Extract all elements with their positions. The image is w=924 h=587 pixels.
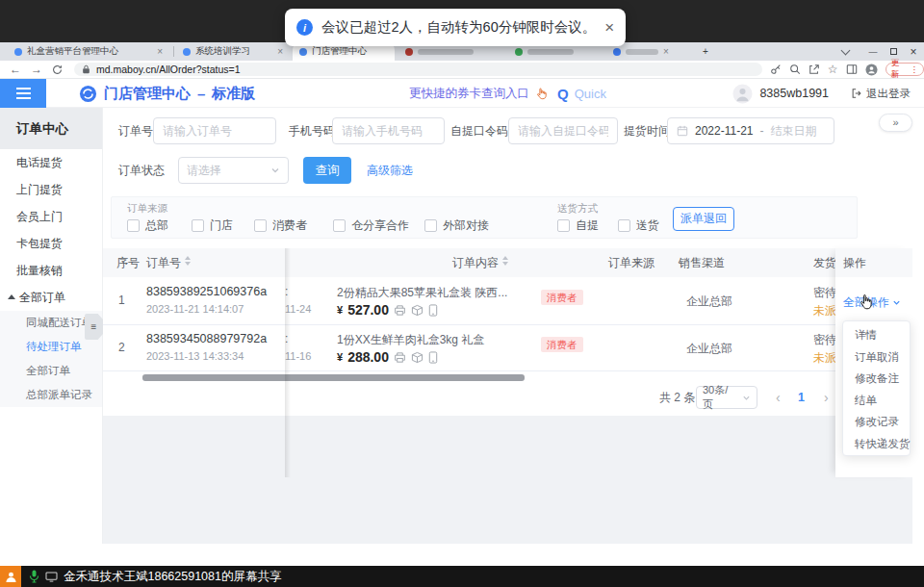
menu-item-close-order[interactable]: 结单 bbox=[843, 390, 910, 412]
phone-icon[interactable] bbox=[428, 304, 438, 317]
source-badge: 消费者 bbox=[541, 337, 583, 352]
fixed-column-shadow bbox=[285, 248, 291, 477]
date-range-picker[interactable]: 2022-11-21 - 结束日期 bbox=[667, 117, 834, 144]
checkbox-hq[interactable]: 总部 bbox=[127, 217, 168, 233]
zoom-icon[interactable] bbox=[789, 64, 801, 75]
col-order-no: 订单号 bbox=[146, 248, 181, 277]
browser-update-button[interactable]: 更新 ⋮ bbox=[886, 63, 924, 76]
kebab-menu-icon[interactable]: ⋮ bbox=[911, 64, 919, 74]
checkbox-store[interactable]: 门店 bbox=[192, 217, 233, 233]
promo-link[interactable]: 更快捷的券卡查询入口 bbox=[409, 86, 529, 102]
prev-page-button[interactable]: ‹ bbox=[776, 385, 781, 410]
menu-item-edit-remark[interactable]: 修改备注 bbox=[843, 368, 910, 390]
checkbox-icon[interactable] bbox=[192, 219, 204, 232]
order-number: 83859345088979792a bbox=[146, 332, 267, 345]
tab-close-icon[interactable]: × bbox=[157, 46, 163, 57]
quick-search-icon[interactable]: Q bbox=[557, 86, 569, 102]
package-icon[interactable] bbox=[411, 304, 424, 317]
table-header: 序号 订单号 订单内容 订单来源 销售渠道 发货状态 bbox=[103, 248, 912, 277]
phone-icon[interactable] bbox=[428, 351, 438, 364]
tab-separator bbox=[173, 46, 174, 57]
menu-item-edit-history[interactable]: 修改记录 bbox=[843, 411, 910, 433]
sidebar-item-all-orders[interactable]: 全部订单 bbox=[0, 359, 102, 383]
collapse-filters-button[interactable]: » bbox=[879, 114, 912, 132]
checkbox-external[interactable]: 外部对接 bbox=[424, 217, 489, 233]
printer-icon[interactable] bbox=[394, 304, 406, 317]
order-created-time: 2023-11-13 14:33:34 bbox=[146, 350, 244, 362]
profile-avatar-icon[interactable] bbox=[865, 64, 878, 76]
checkbox-icon[interactable] bbox=[127, 219, 140, 232]
sidebar-item-member-visit[interactable]: 会员上门 bbox=[0, 203, 102, 230]
sidebar-collapse-handle[interactable]: ≡ bbox=[85, 314, 103, 340]
quick-label[interactable]: Quick bbox=[575, 87, 606, 101]
sidebar-item-phone-pickup[interactable]: 电话提货 bbox=[0, 149, 102, 176]
sidebar-item-batch-verify[interactable]: 批量核销 bbox=[0, 257, 102, 284]
back-icon[interactable]: ← bbox=[10, 63, 21, 76]
order-no-input[interactable] bbox=[153, 117, 276, 144]
sidebar-item-door-pickup[interactable]: 上门提货 bbox=[0, 176, 102, 203]
printer-icon[interactable] bbox=[394, 351, 406, 364]
next-page-button[interactable]: › bbox=[824, 385, 829, 410]
phone-input[interactable] bbox=[332, 117, 445, 144]
participant-icon bbox=[0, 566, 21, 587]
share-icon[interactable] bbox=[808, 64, 820, 75]
sort-icon[interactable] bbox=[502, 256, 508, 266]
checkbox-consumer[interactable]: 消费者 bbox=[254, 217, 307, 233]
hamburger-menu-button[interactable] bbox=[0, 79, 46, 108]
search-button[interactable]: 查询 bbox=[303, 157, 351, 184]
checkbox-warehouse-share[interactable]: 仓分享合作 bbox=[333, 217, 409, 233]
current-page[interactable]: 1 bbox=[798, 385, 805, 410]
menu-item-detail[interactable]: 详情 bbox=[843, 324, 910, 346]
tab-label-unreadable bbox=[626, 49, 658, 55]
col-channel: 销售渠道 bbox=[679, 248, 725, 277]
checkbox-icon[interactable] bbox=[254, 219, 267, 232]
tab-close-icon[interactable]: × bbox=[277, 46, 283, 57]
checkbox-self-pickup[interactable]: 自提 bbox=[557, 217, 599, 233]
checkbox-delivery[interactable]: 送货 bbox=[618, 217, 659, 233]
table-row[interactable]: 2 83859345088979792a 2023-11-13 14:33:34… bbox=[103, 325, 912, 371]
col-source: 订单来源 bbox=[608, 248, 654, 277]
banner-close-icon[interactable]: × bbox=[604, 19, 614, 36]
expand-caret-icon bbox=[8, 294, 15, 299]
sidebar-group-all-orders[interactable]: 全部订单 bbox=[0, 284, 102, 311]
all-actions-dropdown-row1[interactable]: 全部操作 bbox=[843, 294, 901, 311]
order-status-label: 订单状态 bbox=[118, 157, 165, 184]
ship-status-line1-clipped: 密待 bbox=[813, 332, 836, 348]
checkbox-icon[interactable] bbox=[333, 219, 346, 232]
sidepanel-icon[interactable] bbox=[846, 64, 858, 75]
calendar-icon bbox=[677, 125, 688, 137]
sort-icon[interactable] bbox=[185, 256, 191, 266]
scrollbar-thumb[interactable] bbox=[142, 374, 525, 381]
pickup-code-input[interactable] bbox=[508, 117, 618, 144]
table-row[interactable]: 1 83859389251069376a 2023-11-21 14:14:07… bbox=[103, 277, 912, 325]
sidebar-item-hq-dispatch-records[interactable]: 总部派单记录 bbox=[0, 383, 102, 407]
sales-channel: 企业总部 bbox=[686, 341, 732, 357]
checkbox-icon[interactable] bbox=[424, 219, 437, 232]
new-tab-button[interactable]: + bbox=[696, 42, 715, 61]
tab-close-icon[interactable]: × bbox=[663, 46, 669, 57]
logout-button[interactable]: 退出登录 bbox=[851, 87, 911, 101]
reload-icon[interactable] bbox=[52, 64, 63, 75]
app-edition: 标准版 bbox=[212, 85, 255, 103]
browser-tab-2[interactable]: 系统培训学习 × bbox=[176, 42, 290, 61]
browser-tab-1[interactable]: 礼盒营销平台管理中心 × bbox=[8, 42, 169, 61]
package-icon[interactable] bbox=[411, 351, 424, 364]
advanced-filter-link[interactable]: 高级筛选 bbox=[367, 157, 413, 184]
menu-item-to-express[interactable]: 转快递发货 bbox=[843, 433, 910, 455]
page-size-select[interactable]: 30条/页 bbox=[696, 386, 757, 409]
order-created-time: 2023-11-21 14:14:07 bbox=[146, 303, 244, 315]
checkbox-icon[interactable] bbox=[618, 219, 630, 232]
forward-icon[interactable]: → bbox=[31, 63, 42, 76]
dispatch-return-button[interactable]: 派单退回 bbox=[673, 207, 734, 231]
bookmark-star-icon[interactable]: ☆ bbox=[828, 63, 838, 76]
checkbox-icon[interactable] bbox=[557, 219, 570, 232]
key-icon[interactable] bbox=[770, 64, 782, 75]
user-avatar[interactable] bbox=[732, 84, 753, 104]
window-minimize-button[interactable]: — bbox=[863, 42, 883, 61]
order-status-select[interactable]: 请选择 bbox=[178, 157, 289, 184]
window-menu-icon[interactable] bbox=[835, 42, 855, 61]
menu-item-cancel-order[interactable]: 订单取消 bbox=[843, 346, 910, 369]
sidebar-item-card-pickup[interactable]: 卡包提货 bbox=[0, 230, 102, 257]
url-omnibox[interactable]: md.maboy.cn/AllOrder?status=1 bbox=[74, 63, 762, 76]
tab-label: 礼盒营销平台管理中心 bbox=[27, 45, 152, 58]
